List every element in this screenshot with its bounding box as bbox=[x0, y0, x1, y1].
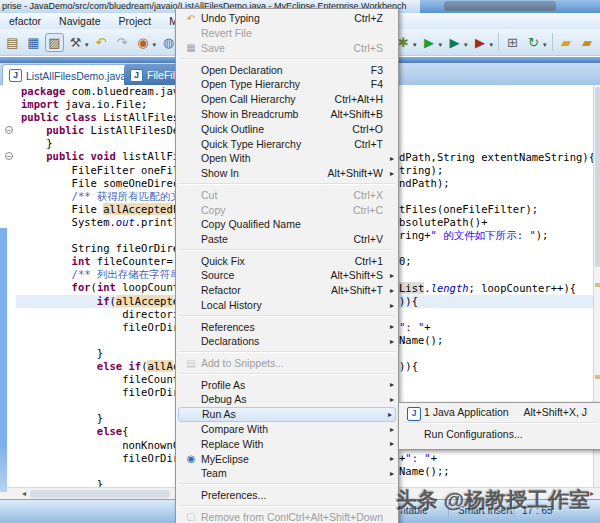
menu-item-paste[interactable]: PasteCtrl+V bbox=[177, 232, 397, 247]
submenu-arrow-icon: ▸ bbox=[390, 425, 394, 434]
submenu-arrow-icon: ▸ bbox=[390, 271, 394, 280]
submenu-arrow-icon: ▸ bbox=[390, 154, 394, 163]
code-line-fragment: 0; bbox=[399, 255, 412, 268]
menu-item-local-history[interactable]: Local History▸ bbox=[177, 298, 397, 313]
fold-marker-icon[interactable]: − bbox=[5, 152, 13, 160]
menu-item-source[interactable]: SourceAlt+Shift+S▸ bbox=[177, 268, 397, 283]
build-hammer-icon-dropdown[interactable]: ▾ bbox=[85, 41, 89, 49]
menu-item-profile-as[interactable]: Profile As▸ bbox=[177, 377, 397, 392]
watermark: 头条 @杨教授工作室 bbox=[396, 486, 590, 514]
table-grid-icon[interactable]: ⊞ bbox=[503, 33, 522, 52]
menu-item-references[interactable]: References▸ bbox=[177, 319, 397, 334]
menu-item-open-type-hierarchy[interactable]: Open Type HierarchyF4 bbox=[177, 77, 397, 92]
menubar-item-efactor[interactable]: efactor bbox=[0, 13, 50, 29]
new-class-icon-dropdown[interactable]: ▾ bbox=[153, 41, 157, 49]
menu-item-label: Open Type Hierarchy bbox=[201, 78, 371, 90]
horizontal-scrollbar-thumb[interactable] bbox=[30, 490, 170, 498]
menu-item-shortcut: Alt+Shift+W bbox=[328, 167, 383, 179]
save-disabled-icon: ▦ bbox=[181, 41, 201, 54]
vertical-scrollbar-thumb[interactable] bbox=[595, 87, 600, 267]
menu-item-label: References bbox=[201, 321, 393, 333]
menu-item-run-configurations[interactable]: Run Configurations... bbox=[400, 427, 600, 442]
menu-item-label: Remove from Context bbox=[201, 511, 288, 523]
menu-separator bbox=[179, 351, 395, 353]
menu-item-shortcut: Alt+Shift+B bbox=[330, 108, 383, 120]
open-folder-icon[interactable]: ▰ bbox=[557, 33, 576, 52]
folder-icon[interactable]: ▰ bbox=[578, 33, 597, 52]
menu-item-shortcut: F4 bbox=[371, 78, 383, 90]
run-server-icon-dropdown[interactable]: ▾ bbox=[464, 41, 468, 49]
menu-item-open-call-hierarchy[interactable]: Open Call HierarchyCtrl+Alt+H bbox=[177, 92, 397, 107]
menubar-item-navigate[interactable]: Navigate bbox=[50, 13, 109, 29]
occurrence-marker[interactable] bbox=[595, 375, 600, 379]
menu-item-shortcut: Ctrl+X bbox=[354, 189, 383, 201]
menu-separator bbox=[179, 58, 395, 60]
menu-item-refactor[interactable]: RefactorAlt+Shift+T▸ bbox=[177, 283, 397, 298]
menu-item-open-with[interactable]: Open With▸ bbox=[177, 151, 397, 166]
run-icon[interactable]: ▶ bbox=[420, 33, 439, 52]
new-class-icon[interactable]: ◉ bbox=[134, 33, 153, 52]
submenu-arrow-icon: ▸ bbox=[390, 469, 394, 478]
run-icon-dropdown[interactable]: ▾ bbox=[439, 41, 443, 49]
menu-item-label: Profile As bbox=[201, 379, 393, 391]
build-hammer-icon[interactable]: ⚒ bbox=[66, 33, 85, 52]
menubar-item-project[interactable]: Project bbox=[110, 13, 161, 29]
menu-item-declarations[interactable]: Declarations▸ bbox=[177, 334, 397, 349]
run-server-icon[interactable]: ▶ bbox=[445, 33, 464, 52]
menu-item-shortcut: Ctrl+Alt+Shift+Down bbox=[288, 511, 383, 523]
occurrence-marker[interactable] bbox=[595, 283, 600, 287]
menu-item-label: Preferences... bbox=[201, 489, 393, 501]
refresh-icon-dropdown[interactable]: ▾ bbox=[543, 41, 547, 49]
snippets-icon: ▤ bbox=[181, 357, 201, 370]
menu-item-revert-file: Revert File bbox=[177, 26, 397, 41]
image-icon[interactable]: ▨ bbox=[45, 33, 64, 52]
undo-icon[interactable]: ↶ bbox=[92, 33, 111, 52]
menu-item-label: Copy Qualified Name bbox=[201, 218, 393, 230]
code-line-fragment: Name(); bbox=[399, 334, 443, 347]
profile-icon-dropdown[interactable]: ▾ bbox=[490, 41, 494, 49]
menu-item-preferences[interactable]: Preferences... bbox=[177, 488, 397, 503]
code-line-fragment: bsolutePath()+ bbox=[399, 216, 488, 229]
menu-item-replace-with[interactable]: Replace With▸ bbox=[177, 436, 397, 451]
run-as-submenu: J1 Java ApplicationAlt+Shift+X, JRun Con… bbox=[398, 402, 600, 450]
menu-item-myeclipse[interactable]: ◉MyEclipse▸ bbox=[177, 451, 397, 466]
code-line-fragment: Name();; bbox=[399, 465, 450, 478]
menu-item-copy-qualified-name[interactable]: Copy Qualified Name bbox=[177, 217, 397, 232]
submenu-arrow-icon: ▸ bbox=[390, 454, 394, 463]
menu-item-shortcut: Alt+Shift+S bbox=[330, 269, 383, 281]
profile-icon[interactable]: ▶ bbox=[471, 33, 490, 52]
menu-item-label: MyEclipse bbox=[201, 453, 393, 465]
menu-item-open-declaration[interactable]: Open DeclarationF3 bbox=[177, 62, 397, 77]
menu-item-label: Replace With bbox=[201, 438, 393, 450]
menu-item-1-java-application[interactable]: J1 Java ApplicationAlt+Shift+X, J bbox=[400, 405, 600, 420]
menu-item-add-to-snippets: ▤Add to Snippets... bbox=[177, 356, 397, 371]
menu-item-undo-typing[interactable]: ↶Undo TypingCtrl+Z bbox=[177, 11, 397, 26]
code-line-fragment: List.length; loopCounter++){ bbox=[399, 282, 576, 295]
external-tools-icon-dropdown[interactable]: ▾ bbox=[413, 41, 417, 49]
menu-item-compare-with[interactable]: Compare With▸ bbox=[177, 422, 397, 437]
refresh-icon[interactable]: ↻ bbox=[524, 33, 543, 52]
submenu-arrow-icon: ▸ bbox=[390, 322, 394, 331]
menu-item-label: Run Configurations... bbox=[424, 428, 597, 440]
menu-item-quick-outline[interactable]: Quick OutlineCtrl+O bbox=[177, 121, 397, 136]
code-line-fragment: dPath,String extentNameString){ bbox=[399, 151, 595, 164]
menu-item-quick-fix[interactable]: Quick FixCtrl+1 bbox=[177, 253, 397, 268]
menu-item-team[interactable]: Team▸ bbox=[177, 466, 397, 481]
menu-item-debug-as[interactable]: Debug As▸ bbox=[177, 392, 397, 407]
submenu-arrow-icon: ▸ bbox=[390, 380, 394, 389]
menu-item-quick-type-hierarchy[interactable]: Quick Type HierarchyCtrl+T bbox=[177, 136, 397, 151]
menu-item-label: Paste bbox=[201, 233, 354, 245]
menu-item-label: Open Call Hierarchy bbox=[201, 93, 335, 105]
redo-icon[interactable]: ↷ bbox=[113, 33, 132, 52]
submenu-arrow-icon: ▸ bbox=[390, 169, 394, 178]
fold-marker-icon[interactable]: − bbox=[5, 126, 13, 134]
save-icon[interactable]: ▦ bbox=[24, 33, 43, 52]
scroll-left-icon[interactable]: ◂ bbox=[18, 489, 30, 499]
new-file-icon[interactable]: ▤ bbox=[3, 33, 22, 52]
menu-item-run-as[interactable]: Run As▸ bbox=[178, 407, 396, 422]
submenu-arrow-icon: ▸ bbox=[390, 337, 394, 346]
menu-item-show-in-breadcrumb[interactable]: Show in BreadcrumbAlt+Shift+B bbox=[177, 107, 397, 122]
menu-item-show-in[interactable]: Show InAlt+Shift+W▸ bbox=[177, 166, 397, 181]
menu-item-label: Undo Typing bbox=[201, 12, 354, 24]
myeclipse-icon: ◉ bbox=[181, 452, 201, 465]
